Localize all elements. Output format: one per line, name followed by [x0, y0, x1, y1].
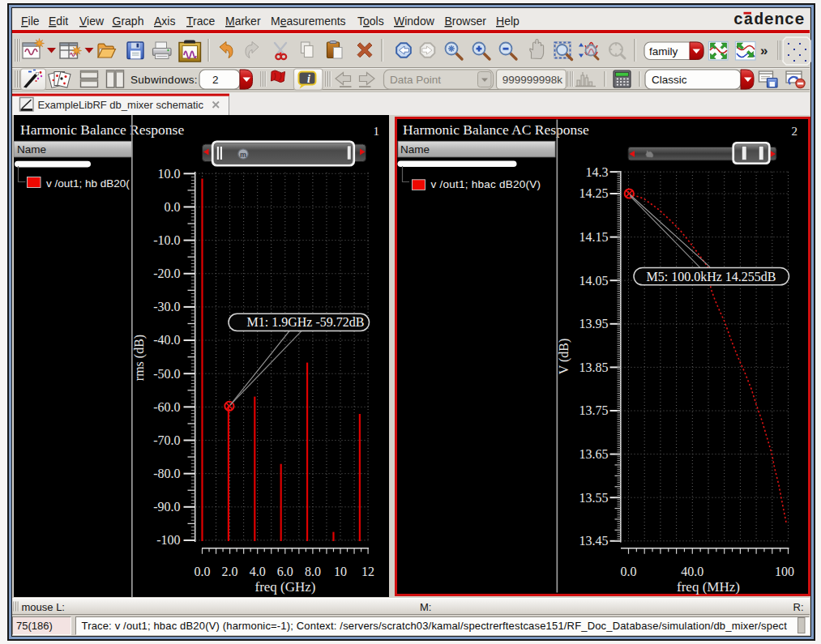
svg-text:2.0: 2.0: [222, 565, 238, 578]
svg-text:Axis: Axis: [154, 15, 175, 28]
svg-text:-30.0: -30.0: [153, 300, 180, 313]
svg-text:M:: M:: [420, 601, 431, 613]
svg-text:2: 2: [792, 125, 798, 138]
svg-text:999999998k: 999999998k: [502, 74, 563, 86]
svg-text:2: 2: [212, 74, 219, 86]
svg-text:ExampleLibRF db_mixer schemati: ExampleLibRF db_mixer schematic: [38, 99, 204, 111]
svg-text:Marker: Marker: [225, 15, 261, 28]
svg-text:13.95: 13.95: [579, 317, 609, 331]
svg-text:10: 10: [334, 565, 347, 578]
svg-text:»: »: [760, 43, 768, 58]
svg-text:Data Point: Data Point: [390, 74, 441, 86]
svg-text:Name: Name: [17, 143, 46, 156]
svg-text:family: family: [649, 45, 678, 58]
svg-text:0.0: 0.0: [621, 565, 637, 578]
svg-text:10.0: 10.0: [158, 167, 181, 181]
svg-text:File: File: [21, 15, 40, 28]
svg-text:M5: 100.0kHz 14.255dB: M5: 100.0kHz 14.255dB: [647, 270, 776, 284]
svg-text:M1: 1.9GHz -59.72dB: M1: 1.9GHz -59.72dB: [247, 315, 365, 329]
svg-text:Harmonic Balance Response: Harmonic Balance Response: [20, 122, 184, 138]
svg-text:-20.0: -20.0: [153, 267, 180, 280]
svg-text:rms (dB): rms (dB): [132, 335, 147, 381]
svg-text:Tools: Tools: [357, 15, 384, 28]
svg-text:Window: Window: [394, 15, 435, 28]
svg-text:Trace: Trace: [186, 15, 215, 28]
svg-text:freq (GHz): freq (GHz): [254, 579, 315, 595]
svg-text:6.0: 6.0: [277, 565, 293, 578]
svg-text:75(186): 75(186): [16, 620, 53, 632]
svg-text:mouse L:: mouse L:: [22, 601, 65, 613]
svg-text:Browser: Browser: [445, 15, 487, 28]
svg-text:v /out1; hbac dB20(V): v /out1; hbac dB20(V): [431, 178, 541, 190]
svg-text:R:: R:: [793, 601, 804, 613]
svg-text:13.65: 13.65: [579, 447, 609, 461]
svg-text:-50.0: -50.0: [153, 367, 180, 381]
svg-text:14.25: 14.25: [579, 186, 609, 200]
svg-text:Help: Help: [496, 15, 520, 28]
svg-text:12: 12: [361, 565, 374, 578]
svg-text:m: m: [240, 151, 246, 159]
svg-text:13.55: 13.55: [579, 491, 609, 505]
svg-text:Graph: Graph: [113, 15, 144, 28]
svg-text:-80.0: -80.0: [153, 467, 180, 480]
svg-text:1: 1: [374, 125, 380, 138]
svg-text:View: View: [79, 15, 105, 28]
svg-text:40.0: 40.0: [681, 565, 703, 578]
svg-text:Classic: Classic: [652, 74, 687, 86]
svg-text:Trace: v /out1; hbac dB20(V) (: Trace: v /out1; hbac dB20(V) (harmonic=-…: [82, 620, 788, 632]
svg-text:-60.0: -60.0: [153, 400, 180, 414]
svg-text:Harmonic Balance AC Response: Harmonic Balance AC Response: [403, 122, 589, 138]
svg-text:100: 100: [775, 565, 794, 578]
svg-text:4.0: 4.0: [250, 565, 266, 578]
svg-text:8.0: 8.0: [305, 565, 321, 578]
svg-text:-40.0: -40.0: [153, 333, 180, 347]
svg-text:0.0: 0.0: [195, 565, 211, 578]
svg-text:13.85: 13.85: [579, 360, 609, 374]
svg-text:V (dB): V (dB): [557, 339, 571, 375]
svg-text:i: i: [307, 73, 310, 85]
svg-text:0.0: 0.0: [165, 200, 181, 214]
svg-text:13.45: 13.45: [579, 534, 609, 548]
svg-text:13.75: 13.75: [579, 403, 609, 417]
svg-text:14.15: 14.15: [579, 230, 609, 244]
svg-text:v /out1; hb dB20(: v /out1; hb dB20(: [46, 177, 130, 190]
svg-text:-90.0: -90.0: [153, 500, 180, 514]
svg-text:Name: Name: [400, 143, 430, 156]
svg-text:-100: -100: [156, 533, 180, 547]
svg-text:-10.0: -10.0: [153, 233, 180, 247]
svg-text:14.3: 14.3: [586, 165, 609, 179]
svg-text:14.05: 14.05: [579, 274, 609, 288]
svg-text:Measurements: Measurements: [271, 15, 346, 28]
svg-text:freq (MHz): freq (MHz): [677, 579, 740, 595]
svg-text:Edit: Edit: [49, 15, 68, 28]
svg-text:Subwindows:: Subwindows:: [130, 74, 198, 86]
svg-text:-70.0: -70.0: [153, 433, 180, 447]
